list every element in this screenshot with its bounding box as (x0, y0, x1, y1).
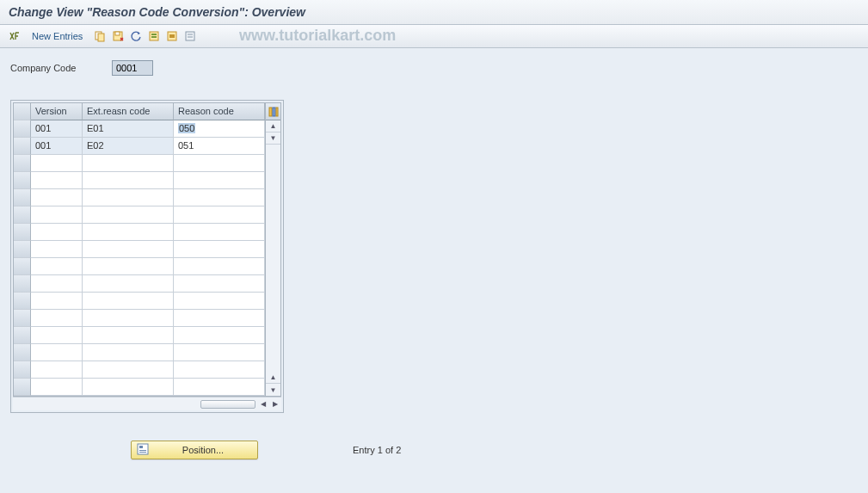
cell-empty[interactable] (174, 361, 265, 379)
cell-empty[interactable] (174, 293, 265, 310)
col-header-reason[interactable]: Reason code (174, 103, 265, 120)
cell-ext-reason[interactable]: E02 (83, 138, 174, 155)
row-selector[interactable] (14, 361, 31, 379)
cell-empty[interactable] (31, 258, 83, 275)
cell-empty[interactable] (174, 275, 265, 293)
table-row[interactable] (14, 310, 265, 327)
cell-empty[interactable] (83, 189, 174, 206)
row-selector[interactable] (14, 120, 31, 138)
cell-empty[interactable] (31, 379, 83, 396)
save-variant-icon[interactable] (110, 28, 126, 44)
scroll-track[interactable] (266, 145, 280, 372)
cell-empty[interactable] (31, 155, 83, 172)
cell-empty[interactable] (174, 224, 265, 241)
table-row[interactable] (14, 172, 265, 189)
row-selector[interactable] (14, 275, 31, 293)
select-all-icon[interactable] (146, 28, 162, 44)
cell-empty[interactable] (174, 155, 265, 172)
row-selector[interactable] (14, 258, 31, 275)
position-button[interactable]: Position... (131, 441, 258, 459)
cell-empty[interactable] (174, 241, 265, 258)
table-row[interactable] (14, 206, 265, 224)
table-row[interactable] (14, 327, 265, 344)
cell-empty[interactable] (83, 241, 174, 258)
cell-empty[interactable] (31, 241, 83, 258)
cell-empty[interactable] (83, 172, 174, 189)
cell-empty[interactable] (174, 379, 265, 396)
undo-icon[interactable] (128, 28, 144, 44)
hscroll-thumb[interactable] (200, 400, 255, 409)
cell-empty[interactable] (83, 258, 174, 275)
toggle-icon[interactable] (7, 28, 22, 44)
configure-columns-icon[interactable] (266, 103, 280, 120)
row-selector[interactable] (14, 241, 31, 258)
col-header-version[interactable]: Version (31, 103, 83, 120)
cell-empty[interactable] (174, 206, 265, 224)
cell-ext-reason[interactable]: E01 (83, 120, 174, 138)
row-selector[interactable] (14, 206, 31, 224)
table-row[interactable]: 001E01050 (14, 120, 265, 138)
table-row[interactable] (14, 379, 265, 396)
cell-empty[interactable] (83, 275, 174, 293)
table-row[interactable] (14, 275, 265, 293)
table-row[interactable] (14, 189, 265, 206)
cell-empty[interactable] (83, 361, 174, 379)
cell-version[interactable]: 001 (31, 120, 83, 138)
cell-empty[interactable] (83, 206, 174, 224)
table-row[interactable] (14, 293, 265, 310)
scroll-right-icon[interactable]: ▶ (269, 398, 281, 410)
cell-empty[interactable] (31, 224, 83, 241)
row-selector[interactable] (14, 379, 31, 396)
row-selector[interactable] (14, 138, 31, 155)
cell-empty[interactable] (83, 379, 174, 396)
table-row[interactable] (14, 155, 265, 172)
copy-icon[interactable] (92, 28, 108, 44)
cell-empty[interactable] (31, 327, 83, 344)
cell-empty[interactable] (31, 293, 83, 310)
col-header-ext-reason[interactable]: Ext.reasn code (83, 103, 174, 120)
select-all-header[interactable] (14, 103, 31, 120)
scroll-left-icon[interactable]: ◀ (257, 398, 269, 410)
table-row[interactable] (14, 241, 265, 258)
cell-empty[interactable] (83, 293, 174, 310)
cell-empty[interactable] (31, 189, 83, 206)
table-row[interactable] (14, 224, 265, 241)
cell-empty[interactable] (31, 206, 83, 224)
cell-empty[interactable] (31, 275, 83, 293)
row-selector[interactable] (14, 172, 31, 189)
horizontal-scrollbar[interactable]: ◀ ▶ (13, 397, 281, 410)
cell-reason[interactable]: 050 (174, 120, 265, 138)
cell-empty[interactable] (174, 189, 265, 206)
row-selector[interactable] (14, 344, 31, 361)
vertical-scrollbar[interactable]: ▲ ▼ ▲ ▼ (266, 102, 281, 397)
select-block-icon[interactable] (164, 28, 180, 44)
new-entries-button[interactable]: New Entries (25, 31, 89, 41)
company-code-input[interactable] (112, 60, 153, 76)
cell-empty[interactable] (174, 327, 265, 344)
cell-empty[interactable] (83, 155, 174, 172)
cell-empty[interactable] (31, 172, 83, 189)
scroll-down-bottom-icon[interactable]: ▼ (266, 384, 280, 396)
cell-reason[interactable]: 051 (174, 138, 265, 155)
cell-version[interactable]: 001 (31, 138, 83, 155)
cell-empty[interactable] (31, 310, 83, 327)
scroll-down-icon[interactable]: ▼ (266, 132, 280, 145)
row-selector[interactable] (14, 293, 31, 310)
row-selector[interactable] (14, 155, 31, 172)
scroll-up-icon[interactable]: ▲ (266, 120, 280, 132)
row-selector[interactable] (14, 189, 31, 206)
cell-empty[interactable] (174, 172, 265, 189)
cell-empty[interactable] (174, 344, 265, 361)
cell-empty[interactable] (83, 344, 174, 361)
cell-empty[interactable] (31, 344, 83, 361)
cell-empty[interactable] (83, 327, 174, 344)
table-row[interactable] (14, 258, 265, 275)
cell-empty[interactable] (83, 224, 174, 241)
table-row[interactable] (14, 344, 265, 361)
row-selector[interactable] (14, 310, 31, 327)
cell-empty[interactable] (31, 361, 83, 379)
deselect-all-icon[interactable] (182, 28, 198, 44)
row-selector[interactable] (14, 224, 31, 241)
table-row[interactable]: 001E02051 (14, 138, 265, 155)
table-row[interactable] (14, 361, 265, 379)
